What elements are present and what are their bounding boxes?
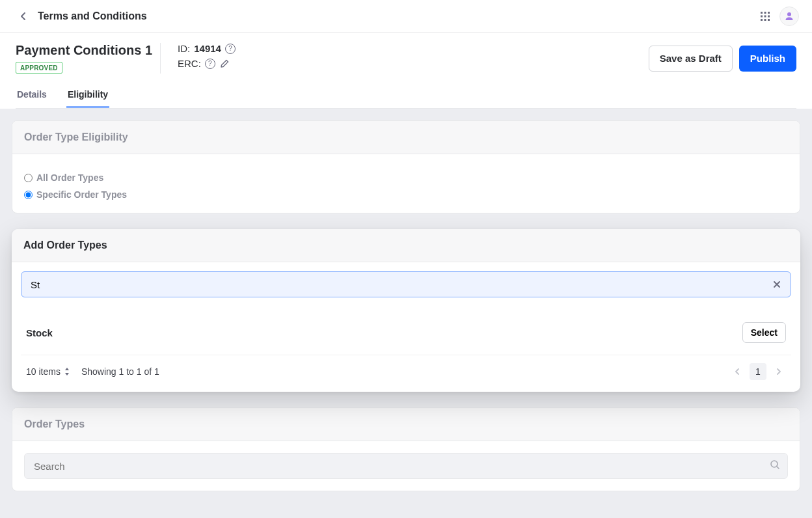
items-per-page-dropdown[interactable]: 10 items (26, 366, 70, 377)
prev-page-button[interactable] (730, 364, 744, 379)
radio-label: All Order Types (36, 172, 103, 183)
panel-title: Order Types (24, 418, 788, 430)
header-right: Save as Draft Publish (649, 46, 796, 72)
svg-rect-6 (761, 19, 763, 21)
result-list: Stock Select (12, 307, 800, 355)
radio-specific-order-types[interactable]: Specific Order Types (24, 189, 788, 200)
meta-id-value: 14914 (194, 43, 221, 54)
header-left: Payment Conditions 1 APPROVED ID: 14914 … (16, 43, 236, 74)
meta-erc-label: ERC: (178, 58, 201, 69)
radio-label: Specific Order Types (36, 189, 127, 200)
breadcrumb-title: Terms and Conditions (38, 10, 147, 22)
search-input-wrap (21, 271, 791, 297)
body-wrap: Order Type Eligibility All Order Types S… (0, 109, 812, 518)
svg-rect-5 (768, 15, 770, 17)
radio-all-order-types[interactable]: All Order Types (24, 172, 788, 183)
svg-rect-1 (765, 12, 766, 14)
panel-body: All Order Types Specific Order Types (12, 154, 800, 213)
radio-input-specific[interactable] (24, 191, 33, 199)
meta-id-label: ID: (178, 43, 190, 54)
help-icon[interactable]: ? (205, 59, 215, 69)
page-number[interactable]: 1 (750, 363, 766, 380)
pager: 10 items Showing 1 to 1 of 1 1 (12, 355, 800, 392)
plain-search (24, 453, 788, 479)
tab-list: Details Eligibility (16, 83, 796, 109)
meta-block: ID: 14914 ? ERC: ? (174, 43, 236, 69)
panel-title: Add Order Types (23, 239, 789, 251)
add-order-types-panel: Add Order Types Stock Select 10 items (12, 229, 800, 392)
radio-group: All Order Types Specific Order Types (24, 166, 788, 201)
apps-icon[interactable] (760, 11, 770, 21)
meta-id-row: ID: 14914 ? (178, 43, 236, 54)
edit-icon[interactable] (219, 59, 230, 69)
select-button[interactable]: Select (742, 322, 786, 343)
pager-left: 10 items Showing 1 to 1 of 1 (26, 366, 159, 377)
panel-title: Order Type Eligibility (24, 131, 788, 143)
order-type-eligibility-panel: Order Type Eligibility All Order Types S… (12, 120, 800, 213)
svg-rect-2 (768, 12, 770, 14)
publish-button[interactable]: Publish (739, 46, 796, 72)
clear-icon[interactable] (768, 275, 786, 293)
plain-search-wrap (24, 453, 788, 479)
panel-header: Order Types (12, 408, 800, 441)
tab-eligibility[interactable]: Eligibility (66, 83, 109, 108)
search-wrap (12, 262, 800, 297)
meta-erc-row: ERC: ? (178, 58, 236, 69)
result-row: Stock Select (21, 310, 791, 355)
panel-body (12, 441, 800, 491)
radio-input-all[interactable] (24, 174, 33, 182)
title-block: Payment Conditions 1 APPROVED (16, 43, 161, 74)
page-title: Payment Conditions 1 (16, 43, 152, 58)
top-right (760, 7, 799, 26)
top-bar: Terms and Conditions (0, 0, 812, 33)
order-types-filter-input[interactable] (24, 453, 788, 479)
panel-header: Order Type Eligibility (12, 121, 800, 154)
next-page-button[interactable] (772, 364, 786, 379)
status-badge: APPROVED (16, 62, 62, 74)
order-type-search-input[interactable] (21, 271, 791, 297)
svg-rect-4 (765, 15, 766, 17)
items-label: 10 items (26, 366, 61, 377)
svg-rect-8 (768, 19, 770, 21)
help-icon[interactable]: ? (225, 44, 236, 54)
pager-right: 1 (730, 363, 786, 380)
search-icon (770, 459, 780, 472)
save-draft-button[interactable]: Save as Draft (649, 46, 733, 72)
header-row: Payment Conditions 1 APPROVED ID: 14914 … (0, 33, 812, 74)
svg-rect-7 (765, 19, 766, 21)
top-left: Terms and Conditions (18, 10, 147, 22)
sort-icon (64, 368, 70, 375)
svg-rect-0 (761, 12, 763, 14)
result-name: Stock (26, 327, 53, 338)
tab-details[interactable]: Details (16, 83, 48, 108)
tabs: Details Eligibility (0, 83, 812, 109)
avatar[interactable] (779, 7, 799, 26)
order-types-panel: Order Types (12, 407, 800, 491)
svg-point-9 (787, 12, 791, 16)
back-icon[interactable] (18, 11, 29, 21)
showing-label: Showing 1 to 1 of 1 (81, 366, 159, 377)
panel-header: Add Order Types (12, 229, 800, 262)
svg-rect-3 (761, 15, 763, 17)
